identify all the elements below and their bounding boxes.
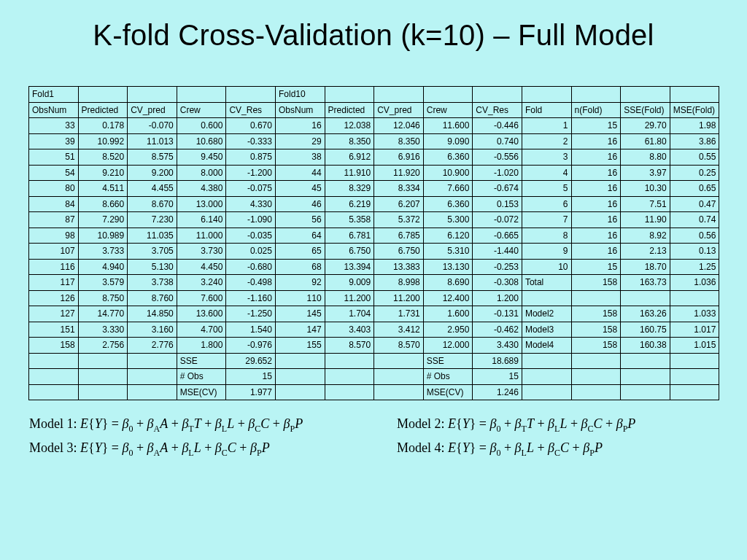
header-cell: Fold10 (275, 86, 325, 103)
cell: 3.403 (325, 322, 375, 338)
table-row: 877.2907.2306.140-1.090565.3585.3725.300… (29, 212, 718, 228)
header-cell: CV_Res (225, 102, 276, 119)
cell: # Obs (423, 368, 473, 385)
cell: 6.785 (374, 228, 424, 244)
cell: 11.910 (325, 165, 375, 182)
cell: 18.70 (620, 259, 670, 276)
cell: 4.330 (225, 196, 276, 213)
table-col-header: ObsNumPredictedCV_predCrewCV_ResObsNumPr… (29, 103, 718, 119)
cell: 16 (571, 133, 622, 150)
cell: 29 (275, 133, 325, 150)
cell: 1.977 (225, 384, 276, 401)
cell: -0.131 (472, 306, 522, 322)
cell: 6.140 (177, 211, 227, 228)
cell: -1.440 (472, 243, 522, 260)
cell: 45 (275, 180, 325, 197)
cell: 1.015 (670, 337, 720, 354)
cell: 3.579 (78, 274, 128, 291)
table-row: 804.5114.4554.380-0.075458.3298.3347.660… (29, 181, 718, 197)
cell: 1.033 (670, 306, 720, 322)
cell: SSE (177, 353, 227, 370)
cell: 0.153 (472, 196, 522, 213)
cell: 11.000 (177, 228, 227, 244)
cell (670, 353, 720, 370)
cell: -0.308 (472, 274, 522, 291)
cell: 68 (275, 259, 325, 276)
header-cell (78, 86, 128, 103)
cell: 4 (522, 165, 572, 182)
cell: -0.253 (472, 259, 522, 276)
cell: 8.570 (374, 337, 424, 354)
cell: 18.689 (472, 353, 522, 370)
cell: 1 (522, 117, 572, 134)
cell: 14.850 (127, 306, 177, 322)
cell (325, 384, 375, 401)
cell: 1.200 (472, 290, 522, 307)
cell (28, 353, 79, 370)
cell: 5.358 (325, 211, 375, 228)
cell (374, 353, 424, 370)
cell: 13.394 (325, 259, 375, 276)
cell: 51 (28, 149, 79, 166)
cell: -0.333 (225, 133, 276, 150)
table-row: # Obs15# Obs15 (29, 369, 718, 385)
cell: 8.350 (325, 133, 375, 150)
cell: -0.556 (472, 149, 522, 166)
cell (78, 384, 128, 401)
cell: 0.178 (78, 117, 128, 134)
cell: 5.310 (423, 243, 473, 260)
model-formulae: Model 1: E{Y} = β0 + βAA + βTT + βLL + β… (29, 416, 718, 458)
cell (522, 368, 572, 385)
cell: 16 (571, 165, 622, 182)
cell: 2.13 (620, 243, 670, 260)
table-row: 3910.99211.01310.680-0.333298.3508.3509.… (29, 134, 718, 150)
cell: 1.731 (374, 306, 424, 322)
cell: 7.600 (177, 290, 227, 307)
cell: 16 (571, 180, 622, 197)
cell: -0.976 (225, 337, 276, 354)
cell: 4.380 (177, 180, 227, 197)
cell: 3.97 (620, 165, 670, 182)
cell: 15 (472, 368, 522, 385)
cell (275, 384, 325, 401)
cell: 12.046 (374, 117, 424, 134)
table-row: 12714.77014.85013.600-1.2501451.7041.731… (29, 306, 718, 322)
cell: 3.730 (177, 243, 227, 260)
table-row: 1073.7333.7053.7300.025656.7506.7505.310… (29, 244, 718, 260)
header-cell: Crew (177, 102, 227, 119)
cell: 6.750 (325, 243, 375, 260)
cell: 11.920 (374, 165, 424, 182)
header-cell: ObsNum (28, 102, 79, 119)
table-row: 1513.3303.1604.7001.5401473.4033.4122.95… (29, 322, 718, 338)
table-row: 9810.98911.03511.000-0.035646.7816.7856.… (29, 228, 718, 244)
cell: 33 (28, 117, 79, 134)
cell: 8.80 (620, 149, 670, 166)
cell: 107 (28, 243, 79, 260)
cell: 8.660 (78, 196, 128, 213)
cell: 54 (28, 165, 79, 182)
cell: 158 (571, 274, 622, 291)
cell: 155 (275, 337, 325, 354)
cell (275, 353, 325, 370)
cell: 13.383 (374, 259, 424, 276)
cell: 8.334 (374, 180, 424, 197)
cell: 11.90 (620, 211, 670, 228)
cell: 117 (28, 274, 79, 291)
cell: 9.009 (325, 274, 375, 291)
cell: 0.670 (225, 117, 276, 134)
cell: 0.025 (225, 243, 276, 260)
cell: 5.130 (127, 259, 177, 276)
cell: MSE(CV) (177, 384, 227, 401)
cell: 1.25 (670, 259, 720, 276)
cell: -1.200 (225, 165, 276, 182)
cell: 29.70 (620, 117, 670, 134)
cell: 8.690 (423, 274, 473, 291)
cell: 160.75 (620, 322, 670, 338)
cell: Model3 (522, 322, 572, 338)
cell: 6.120 (423, 228, 473, 244)
cell: 4.455 (127, 180, 177, 197)
header-cell (571, 86, 622, 103)
cell: 0.65 (670, 180, 720, 197)
cell: 3.738 (127, 274, 177, 291)
cell: 12.400 (423, 290, 473, 307)
